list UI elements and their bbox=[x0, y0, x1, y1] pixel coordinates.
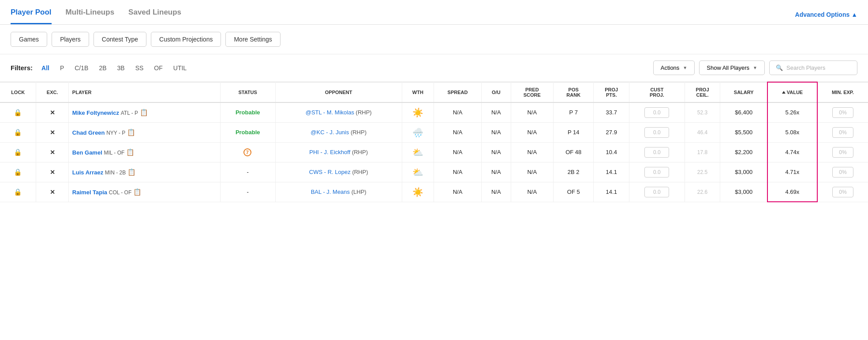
min-exp-input[interactable] bbox=[832, 147, 853, 158]
min-exp-input[interactable] bbox=[832, 107, 853, 118]
advanced-options-button[interactable]: Advanced Options ▲ bbox=[795, 11, 857, 24]
weather-icon: ☀️ bbox=[412, 187, 423, 197]
min-exp-input[interactable] bbox=[832, 127, 853, 138]
chat-icon[interactable]: 📋 bbox=[126, 148, 135, 156]
min-exp-cell[interactable] bbox=[817, 102, 868, 123]
lock-cell[interactable]: 🔒 bbox=[0, 162, 36, 182]
tab-player-pool[interactable]: Player Pool bbox=[11, 8, 52, 24]
th-wth: WTH bbox=[402, 82, 434, 102]
chat-icon[interactable]: 📋 bbox=[127, 168, 136, 176]
cust-proj-input[interactable] bbox=[644, 127, 669, 138]
chat-icon[interactable]: 📋 bbox=[127, 128, 135, 136]
pred-score-cell: N/A bbox=[511, 142, 554, 162]
lock-cell[interactable]: 🔒 bbox=[0, 122, 36, 142]
filter-all[interactable]: All bbox=[40, 64, 51, 72]
chat-icon[interactable]: 📋 bbox=[140, 109, 148, 116]
min-exp-cell[interactable] bbox=[817, 142, 868, 162]
tab-saved-lineups[interactable]: Saved Lineups bbox=[128, 8, 181, 24]
opponent-name[interactable]: @STL - M. Mikolas bbox=[306, 109, 354, 116]
player-name[interactable]: Mike Foltynewicz bbox=[72, 110, 119, 116]
exc-cell[interactable]: ✕ bbox=[36, 142, 68, 162]
cust-proj-cell[interactable] bbox=[629, 182, 685, 202]
proj-pts-cell: 14.1 bbox=[594, 162, 629, 182]
exc-cell[interactable]: ✕ bbox=[36, 162, 68, 182]
search-placeholder: Search Players bbox=[786, 64, 825, 71]
exclude-icon[interactable]: ✕ bbox=[50, 149, 55, 156]
chat-icon[interactable]: 📋 bbox=[133, 188, 142, 196]
filter-c1b[interactable]: C/1B bbox=[73, 64, 90, 72]
cust-proj-input[interactable] bbox=[644, 107, 669, 118]
pred-score-value: N/A bbox=[527, 189, 537, 195]
custom-projections-button[interactable]: Custom Projections bbox=[151, 32, 221, 47]
filter-2b[interactable]: 2B bbox=[97, 64, 108, 72]
lock-icon[interactable]: 🔒 bbox=[14, 128, 22, 136]
min-exp-input[interactable] bbox=[832, 167, 853, 178]
tab-multi-lineups[interactable]: Multi-Lineups bbox=[66, 8, 114, 24]
player-name[interactable]: Luis Arraez bbox=[72, 169, 103, 176]
cust-proj-input[interactable] bbox=[644, 147, 669, 158]
opponent-name[interactable]: CWS - R. Lopez bbox=[309, 169, 351, 175]
filter-of[interactable]: OF bbox=[152, 64, 164, 72]
cust-proj-input[interactable] bbox=[644, 167, 669, 178]
lock-cell[interactable]: 🔒 bbox=[0, 142, 36, 162]
cust-proj-input[interactable] bbox=[644, 187, 669, 197]
player-cell: Ben Gamel MIL - OF 📋 bbox=[68, 142, 220, 162]
lock-icon[interactable]: 🔒 bbox=[14, 109, 22, 116]
weather-icon: ⛅ bbox=[412, 147, 423, 157]
exclude-icon[interactable]: ✕ bbox=[50, 129, 55, 136]
lock-cell[interactable]: 🔒 bbox=[0, 182, 36, 202]
spread-value: N/A bbox=[453, 129, 463, 136]
player-name[interactable]: Ben Gamel bbox=[72, 149, 102, 156]
proj-ceil-cell: 22.5 bbox=[685, 162, 720, 182]
actions-dropdown[interactable]: Actions ▼ bbox=[653, 60, 695, 75]
min-exp-cell[interactable] bbox=[817, 182, 868, 202]
min-exp-cell[interactable] bbox=[817, 122, 868, 142]
lock-icon[interactable]: 🔒 bbox=[14, 188, 22, 196]
player-name[interactable]: Chad Green bbox=[72, 129, 105, 136]
cust-proj-cell[interactable] bbox=[629, 142, 685, 162]
spread-cell: N/A bbox=[434, 162, 482, 182]
th-value[interactable]: VALUE bbox=[767, 82, 817, 102]
spread-cell: N/A bbox=[434, 142, 482, 162]
th-exc: EXC. bbox=[36, 82, 68, 102]
cust-proj-cell[interactable] bbox=[629, 162, 685, 182]
show-all-players-dropdown[interactable]: Show All Players ▼ bbox=[699, 60, 765, 75]
exc-cell[interactable]: ✕ bbox=[36, 182, 68, 202]
lock-icon[interactable]: 🔒 bbox=[14, 168, 22, 176]
exclude-icon[interactable]: ✕ bbox=[50, 169, 55, 176]
ou-cell: N/A bbox=[482, 122, 511, 142]
filter-ss[interactable]: SS bbox=[134, 64, 146, 72]
opponent-name[interactable]: BAL - J. Means bbox=[311, 189, 350, 195]
player-name[interactable]: Raimel Tapia bbox=[72, 189, 107, 196]
exclude-icon[interactable]: ✕ bbox=[50, 189, 55, 196]
opponent-name[interactable]: @KC - J. Junis bbox=[311, 129, 349, 136]
cust-proj-cell[interactable] bbox=[629, 122, 685, 142]
search-players-box[interactable]: 🔍 Search Players bbox=[769, 60, 857, 75]
show-all-label: Show All Players bbox=[707, 64, 749, 71]
pos-rank-value: OF 48 bbox=[565, 149, 581, 155]
status-cell: - bbox=[220, 162, 275, 182]
pos-rank-cell: 2B 2 bbox=[554, 162, 594, 182]
filter-p[interactable]: P bbox=[58, 64, 66, 72]
more-settings-button[interactable]: More Settings bbox=[225, 32, 280, 47]
pred-score-value: N/A bbox=[527, 129, 537, 136]
cust-proj-cell[interactable] bbox=[629, 102, 685, 123]
player-team: MIL - OF bbox=[104, 150, 124, 156]
exc-cell[interactable]: ✕ bbox=[36, 122, 68, 142]
players-button[interactable]: Players bbox=[52, 32, 89, 47]
min-exp-cell[interactable] bbox=[817, 162, 868, 182]
status-cell: Probable bbox=[220, 122, 275, 142]
player-cell: Raimel Tapia COL - OF 📋 bbox=[68, 182, 220, 202]
lock-icon[interactable]: 🔒 bbox=[14, 148, 22, 156]
filter-3b[interactable]: 3B bbox=[116, 64, 127, 72]
proj-pts-value: 14.1 bbox=[606, 169, 617, 175]
opponent-name[interactable]: PHI - J. Eickhoff bbox=[309, 149, 350, 155]
filter-util[interactable]: UTIL bbox=[172, 64, 188, 72]
contest-type-button[interactable]: Contest Type bbox=[94, 32, 146, 47]
lock-cell[interactable]: 🔒 bbox=[0, 102, 36, 123]
exclude-icon[interactable]: ✕ bbox=[50, 109, 55, 116]
pos-rank-cell: P 7 bbox=[554, 102, 594, 123]
games-button[interactable]: Games bbox=[11, 32, 47, 47]
exc-cell[interactable]: ✕ bbox=[36, 102, 68, 123]
min-exp-input[interactable] bbox=[832, 187, 853, 197]
